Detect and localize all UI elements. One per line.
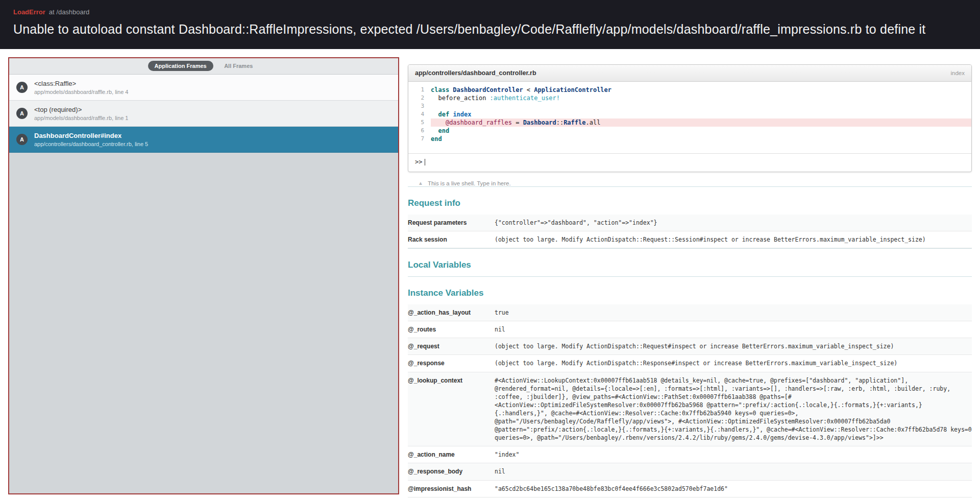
code-header: app/controllers/dashboard_controller.rb … (408, 65, 971, 82)
variable-name: @_response_body (408, 467, 495, 475)
code-filename: app/controllers/dashboard_controller.rb (415, 69, 536, 77)
variable-value: nil (495, 467, 972, 476)
application-frame-badge: A (16, 134, 28, 145)
request-info-table: Request parameters{"controller"=>"dashbo… (408, 215, 972, 248)
frames-list: A<class:Raffle>app/models/dashboard/raff… (9, 75, 398, 153)
variable-value: {"controller"=>"dashboard", "action"=>"i… (495, 219, 972, 227)
variable-value: #<ActionView::LookupContext:0x00007ffb61… (495, 376, 972, 442)
request-info-title: Request info (408, 198, 972, 208)
frame-name: <class:Raffle> (34, 80, 128, 87)
code-line-2: 2 before_action :authenticate_user! (408, 94, 971, 102)
source-code: end (431, 127, 971, 135)
details-panel: app/controllers/dashboard_controller.rb … (408, 57, 972, 497)
instance-variables-table: @_action_has_layouttrue@_routesnil@_requ… (408, 304, 972, 497)
error-message: Unable to autoload constant Dashboard::R… (13, 22, 967, 37)
variable-name: @_lookup_context (408, 376, 495, 384)
variable-row: @_response_bodynil (408, 463, 972, 480)
variable-value: true (495, 309, 972, 317)
source-code: @dashboard_raffles = Dashboard::Raffle.a… (431, 118, 971, 127)
code-line-1: 1class DashboardController < Application… (408, 86, 971, 94)
frame-path: app/models/dashboard/raffle.rb, line 4 (34, 89, 128, 95)
frame-name: DashboardController#index (34, 132, 148, 139)
line-number: 1 (408, 86, 431, 94)
variable-name: @_response (408, 359, 495, 367)
tab-all-frames[interactable]: All Frames (217, 61, 259, 71)
variable-row: @_request(object too large. Modify Actio… (408, 338, 972, 355)
variable-row: Rack session(object too large. Modify Ac… (408, 231, 972, 248)
warning-icon: ▲ (418, 181, 423, 186)
line-number: 3 (408, 102, 431, 110)
code-line-5: 5 @dashboard_raffles = Dashboard::Raffle… (408, 118, 971, 127)
variable-row: @impressionist_hash"a65cd2bc64be165c138a… (408, 481, 972, 497)
code-line-3: 3 (408, 102, 971, 110)
section-divider (408, 248, 972, 249)
variable-name: Rack session (408, 235, 495, 243)
variable-name: @_action_name (408, 450, 495, 458)
source-code (431, 102, 971, 110)
line-number: 4 (408, 110, 431, 118)
variable-value: (object too large. Modify ActionDispatch… (495, 342, 972, 350)
code-method-name: index (951, 70, 965, 76)
main-content: Application Frames All Frames A<class:Ra… (0, 49, 980, 498)
line-number: 2 (408, 94, 431, 102)
repl-console-input[interactable]: >> (408, 153, 971, 172)
code-viewer: app/controllers/dashboard_controller.rb … (408, 64, 972, 172)
frame-name: <top (required)> (34, 106, 128, 113)
code-line-4: 4 def index (408, 110, 971, 118)
variable-row: @_action_name"index" (408, 446, 972, 463)
frame-item[interactable]: A<top (required)>app/models/dashboard/ra… (9, 101, 398, 127)
variable-value: (object too large. Modify ActionDispatch… (495, 359, 972, 367)
line-number: 7 (408, 135, 431, 143)
local-variables-title: Local Variables (408, 260, 972, 270)
variable-value: (object too large. Modify ActionDispatch… (495, 235, 972, 244)
code-lines: 1class DashboardController < Application… (408, 82, 971, 153)
variable-row: Request parameters{"controller"=>"dashbo… (408, 215, 972, 231)
source-code: end (431, 135, 971, 143)
code-line-7: 7end (408, 135, 971, 143)
frame-item[interactable]: ADashboardController#indexapp/controller… (9, 127, 398, 153)
error-header: LoadErrorat /dashboard Unable to autoloa… (0, 0, 980, 49)
variable-name: @_request (408, 342, 495, 350)
error-location: at /dashboard (49, 8, 90, 16)
source-code: def index (431, 110, 971, 118)
instance-variables-title: Instance Variables (408, 288, 972, 298)
source-code: class DashboardController < ApplicationC… (431, 86, 971, 94)
variable-value: nil (495, 325, 972, 334)
repl-caret (425, 159, 425, 165)
repl-prompt: >> (415, 158, 422, 165)
variable-name: Request parameters (408, 219, 495, 226)
frame-item[interactable]: A<class:Raffle>app/models/dashboard/raff… (9, 75, 398, 101)
section-divider (408, 276, 972, 277)
line-number: 6 (408, 127, 431, 135)
frames-panel: Application Frames All Frames A<class:Ra… (8, 57, 399, 494)
error-summary-line: LoadErrorat /dashboard (13, 8, 967, 16)
variable-row: @_routesnil (408, 321, 972, 338)
code-line-6: 6 end (408, 127, 971, 135)
section-divider (408, 186, 972, 187)
line-number: 5 (408, 118, 431, 127)
variable-value: "a65cd2bc64be165c138a70be48bfe83bc0f4ee4… (495, 485, 972, 493)
frame-path: app/controllers/dashboard_controller.rb,… (34, 141, 148, 147)
live-shell-note: ▲ This is a live shell. Type in here. (418, 180, 972, 186)
variable-name: @_action_has_layout (408, 309, 495, 316)
variable-name: @_routes (408, 325, 495, 333)
variable-row: @_lookup_context#<ActionView::LookupCont… (408, 372, 972, 447)
source-code: before_action :authenticate_user! (431, 94, 971, 102)
variable-row: @_response(object too large. Modify Acti… (408, 355, 972, 372)
application-frame-badge: A (16, 82, 28, 93)
variable-name: @impressionist_hash (408, 485, 495, 492)
frame-path: app/models/dashboard/raffle.rb, line 1 (34, 115, 128, 121)
application-frame-badge: A (16, 108, 28, 119)
live-shell-note-text: This is a live shell. Type in here. (428, 180, 511, 186)
error-type: LoadError (13, 8, 45, 16)
frames-tabs: Application Frames All Frames (9, 58, 398, 75)
variable-value: "index" (495, 450, 972, 459)
variable-row: @_action_has_layouttrue (408, 304, 972, 321)
tab-application-frames[interactable]: Application Frames (148, 61, 213, 71)
